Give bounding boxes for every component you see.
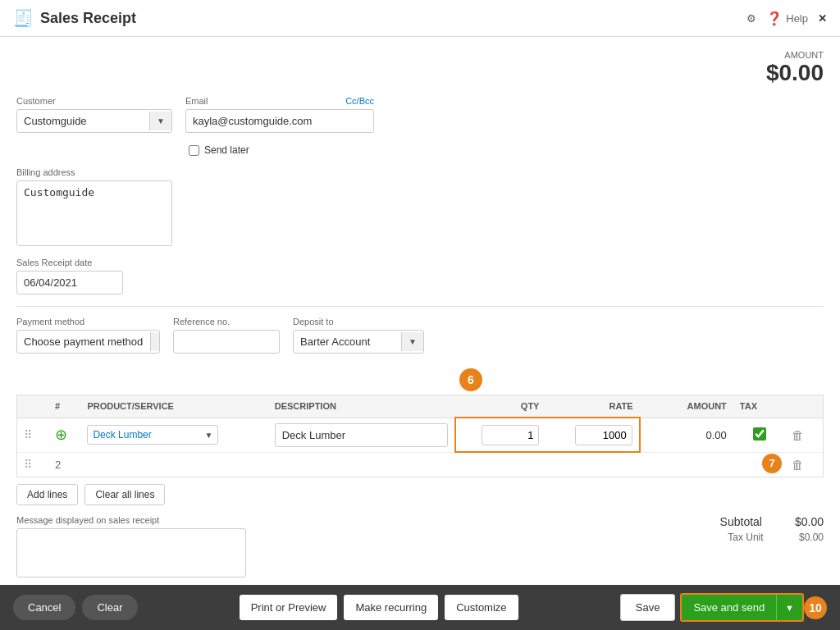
save-button[interactable]: Save: [620, 594, 676, 621]
close-button[interactable]: ✕: [818, 12, 827, 25]
email-input[interactable]: [185, 109, 374, 133]
col-delete-header: [785, 395, 823, 418]
main-content: AMOUNT $0.00 Customer Customguide ▼ Emai…: [0, 37, 840, 585]
deposit-to-group: Deposit to Barter Account ▼: [293, 317, 424, 354]
amount-cell-1: 0.00: [640, 418, 733, 452]
add-lines-button[interactable]: Add lines: [16, 484, 78, 505]
delete-cell-2: 🗑: [785, 452, 823, 477]
col-description-header: DESCRIPTION: [268, 395, 455, 418]
send-later-row: Send later: [189, 144, 824, 156]
row-num-cell-2: 2: [48, 452, 80, 477]
print-preview-button[interactable]: Print or Preview: [240, 595, 338, 620]
qty-cell-2: [455, 452, 546, 477]
page-title: Sales Receipt: [40, 10, 136, 27]
save-and-send-split-button: Save and send ▼: [680, 593, 804, 622]
reference-no-input[interactable]: [173, 330, 280, 354]
ccbcc-toggle[interactable]: Cc/Bcc: [345, 96, 374, 106]
table-actions: Add lines Clear all lines: [16, 484, 824, 505]
lines-table-container: # PRODUCT/SERVICE DESCRIPTION QTY RATE A…: [16, 395, 824, 477]
product-cell-2: [80, 452, 267, 477]
delete-row-2-button[interactable]: 🗑: [792, 458, 804, 472]
subtotal-area: Subtotal $0.00 Tax Unit $0.00: [720, 515, 824, 543]
cancel-button[interactable]: Cancel: [13, 595, 75, 620]
clear-all-lines-button[interactable]: Clear all lines: [84, 484, 165, 505]
billing-address-input[interactable]: Customguide: [16, 180, 172, 246]
description-input-1[interactable]: [275, 423, 448, 447]
product-cell-1: Deck Lumber ▼: [80, 418, 267, 452]
payment-method-label: Payment method: [16, 317, 160, 326]
product-select-wrapper-1[interactable]: Deck Lumber ▼: [87, 425, 218, 445]
product-dropdown-arrow-1[interactable]: ▼: [199, 427, 217, 443]
amount-label: AMOUNT: [16, 50, 824, 60]
step10-badge: 10: [804, 596, 827, 619]
customer-select-wrapper[interactable]: Customguide ▼: [16, 109, 172, 133]
email-label: Email: [185, 96, 208, 106]
make-recurring-button[interactable]: Make recurring: [344, 595, 438, 620]
description-cell-1: [268, 418, 455, 452]
tax-unit-label: Tax Unit: [728, 532, 763, 543]
payment-method-arrow[interactable]: ▼: [150, 332, 160, 351]
billing-address-group: Billing address Customguide: [16, 167, 824, 246]
delete-row-1-button[interactable]: 🗑: [792, 428, 804, 442]
message-area: Message displayed on sales receipt: [16, 515, 246, 578]
customer-email-row: Customer Customguide ▼ Email Cc/Bcc: [16, 96, 824, 133]
clear-button[interactable]: Clear: [82, 595, 137, 620]
email-group: Email Cc/Bcc: [185, 96, 374, 133]
customize-button[interactable]: Customize: [445, 595, 518, 620]
subtotal-label: Subtotal: [720, 515, 762, 528]
table-header-row: # PRODUCT/SERVICE DESCRIPTION QTY RATE A…: [17, 395, 823, 418]
table-row: ⠿ 2 7 🗑: [17, 452, 823, 477]
footer-area: Message displayed on sales receipt Subto…: [16, 515, 824, 578]
amount-value: $0.00: [16, 60, 824, 86]
rate-cell-2: [546, 452, 639, 477]
subtotal-value: $0.00: [795, 515, 824, 528]
tax-unit-value: $0.00: [799, 532, 824, 543]
qty-cell-1: [455, 418, 546, 452]
customer-select[interactable]: Customguide: [17, 110, 149, 132]
payment-row: Payment method Choose payment method ▼ R…: [16, 317, 824, 354]
payment-method-wrapper[interactable]: Choose payment method ▼: [16, 330, 160, 354]
tax-checkbox-1[interactable]: [753, 427, 766, 441]
col-hash-header: #: [48, 395, 80, 418]
lines-table: # PRODUCT/SERVICE DESCRIPTION QTY RATE A…: [17, 395, 823, 477]
title-bar-actions: ⚙ ❓ Help ✕: [746, 11, 827, 26]
send-later-checkbox[interactable]: [189, 145, 199, 156]
drag-handle-1[interactable]: ⠿: [24, 428, 32, 441]
settings-icon[interactable]: ⚙: [746, 12, 756, 25]
col-qty-header: QTY: [455, 395, 546, 418]
reference-no-group: Reference no.: [173, 317, 280, 354]
message-label: Message displayed on sales receipt: [16, 515, 246, 525]
description-cell-2: [268, 452, 455, 477]
amount-display: AMOUNT $0.00: [16, 50, 824, 86]
product-select-1[interactable]: Deck Lumber: [88, 426, 199, 444]
qty-input-1[interactable]: [482, 425, 539, 445]
billing-address-label: Billing address: [16, 167, 824, 177]
deposit-to-select[interactable]: Barter Account: [294, 331, 401, 353]
add-row-button[interactable]: ⊕: [55, 426, 67, 444]
drag-cell-2: ⠿: [17, 452, 48, 477]
col-drag-header: [17, 395, 48, 418]
help-button[interactable]: ❓ Help: [766, 11, 808, 26]
sales-receipt-date-input[interactable]: [16, 271, 123, 294]
step6-container: 6: [459, 368, 824, 391]
bottom-bar-right: Save Save and send ▼ 10: [620, 593, 827, 622]
subtotal-row: Subtotal $0.00: [720, 515, 824, 528]
sales-receipt-date-label: Sales Receipt date: [16, 258, 824, 267]
payment-method-select[interactable]: Choose payment method: [17, 331, 150, 353]
col-rate-header: RATE: [546, 395, 639, 418]
tax-cell-1: [733, 418, 785, 452]
delete-cell-1: 🗑: [785, 418, 823, 452]
help-circle-icon: ❓: [766, 11, 783, 26]
save-and-send-dropdown-arrow[interactable]: ▼: [776, 595, 802, 620]
divider: [16, 306, 824, 307]
message-input[interactable]: [16, 528, 246, 578]
col-product-header: PRODUCT/SERVICE: [80, 395, 267, 418]
sales-receipt-date-group: Sales Receipt date: [16, 258, 824, 294]
customer-dropdown-arrow[interactable]: ▼: [149, 112, 171, 130]
deposit-to-arrow[interactable]: ▼: [401, 332, 423, 351]
drag-handle-2[interactable]: ⠿: [24, 458, 32, 471]
deposit-to-wrapper[interactable]: Barter Account ▼: [293, 330, 424, 354]
save-and-send-button[interactable]: Save and send: [682, 595, 776, 620]
rate-input-1[interactable]: [575, 425, 632, 445]
title-bar: 🧾 Sales Receipt ⚙ ❓ Help ✕: [0, 0, 840, 37]
